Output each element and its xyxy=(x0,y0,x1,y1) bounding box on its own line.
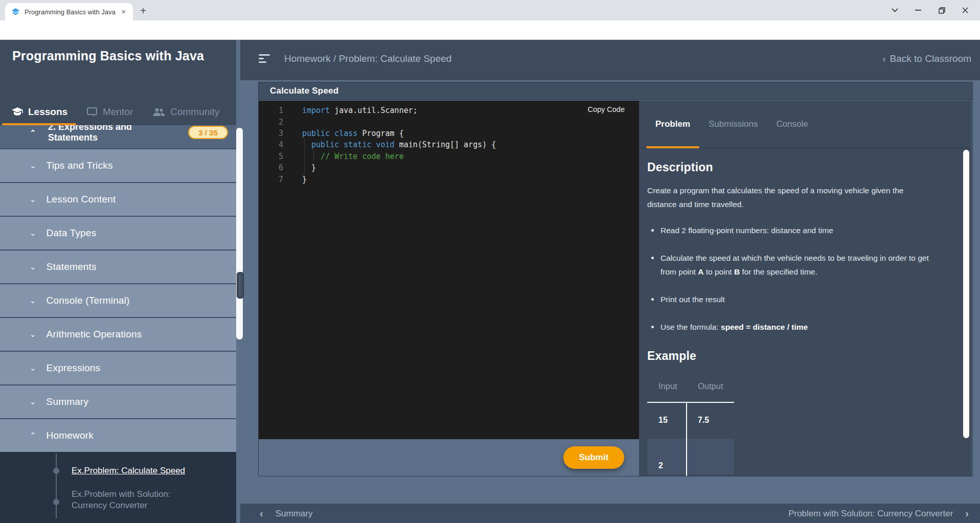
sidebar-item-currency-converter[interactable]: Ex.Problem with Solution: Currency Conve… xyxy=(72,489,204,511)
section-header-expressions-and-statements[interactable]: ⌃ 2. Expressions and Statements 3 / 35 xyxy=(0,125,236,148)
window-restore-icon[interactable] xyxy=(930,0,953,20)
problem-description-content: Description Create a program that calcul… xyxy=(639,148,972,474)
input-cell: 15 xyxy=(647,416,687,425)
code-text: } xyxy=(302,175,307,184)
sidebar-section-item[interactable]: ⌄ Lesson Content xyxy=(0,182,236,216)
bold-text: A xyxy=(698,267,703,276)
browser-toolbar: ← → ⟳ learn.softuni.org/engine/1018/1/?t… xyxy=(0,20,980,40)
code-token: public static void xyxy=(311,140,395,149)
table-vertical-line xyxy=(686,402,687,476)
sidebar-item-label: Lesson Content xyxy=(47,194,116,205)
code-lines: 1 import java.util.Scanner; 2 3 public c… xyxy=(259,101,639,185)
chevron-up-icon: ⌃ xyxy=(30,128,36,138)
code-token: // Write code here xyxy=(321,152,404,161)
tab-title: Programming Basics with Java xyxy=(25,8,119,16)
tab-problem[interactable]: Problem xyxy=(646,101,699,148)
sidebar-item-homework[interactable]: ⌃ Homework xyxy=(0,418,236,452)
text: Print out the result xyxy=(660,295,725,304)
back-to-classroom-link[interactable]: ‹Back to Classroom xyxy=(882,53,971,64)
chevron-right-icon: › xyxy=(965,508,969,519)
code-token: import xyxy=(302,106,330,115)
sidebar-section-item[interactable]: ⌄ Arithmetic Operations xyxy=(0,317,236,351)
sidebar-section-item[interactable]: ⌄ Summary xyxy=(0,384,236,418)
submit-button[interactable]: Submit xyxy=(563,446,624,469)
requirement-item: Use the formula: speed = distance / time xyxy=(647,320,933,334)
chevron-up-icon: ⌃ xyxy=(30,431,36,440)
outline-menu-icon[interactable] xyxy=(259,54,271,63)
code-token: java.util.Scanner; xyxy=(330,106,418,115)
requirements-list: Read 2 floating-point numbers: distance … xyxy=(647,223,936,334)
line-number: 1 xyxy=(259,106,283,115)
new-tab-button[interactable]: + xyxy=(137,5,149,17)
example-table-row: 2 xyxy=(647,439,734,474)
sidebar-item-label: Summary xyxy=(47,396,89,407)
graduation-cap-icon xyxy=(11,107,24,117)
sidebar-item-label: Homework xyxy=(47,430,94,441)
sidebar-section-item[interactable]: ⌄ Statements xyxy=(0,249,236,283)
code-line: 2 xyxy=(259,116,639,127)
sidebar-section-item[interactable]: ⌄ Tips and Tricks xyxy=(0,148,236,182)
line-number: 4 xyxy=(259,140,283,149)
code-editor[interactable]: 1 import java.util.Scanner; 2 3 public c… xyxy=(259,101,639,439)
sidebar-item-label: Data Types xyxy=(47,228,97,239)
prev-lesson-label: Summary xyxy=(276,509,313,519)
sidebar-section-item[interactable]: ⌄ Data Types xyxy=(0,216,236,249)
line-number: 6 xyxy=(259,163,283,172)
editor-column: 1 import java.util.Scanner; 2 3 public c… xyxy=(259,101,639,476)
panel-scrollbar-thumb[interactable] xyxy=(963,150,969,438)
tab-mentor-label: Mentor xyxy=(103,106,133,118)
tab-lessons[interactable]: Lessons xyxy=(11,106,67,118)
description-text: Create a program that calculates the spe… xyxy=(647,184,926,211)
chevron-down-icon: ⌄ xyxy=(30,397,36,406)
breadcrumb[interactable]: Homework / Problem: Calculate Speed xyxy=(284,53,451,64)
browser-tabstrip: Programming Basics with Java × + xyxy=(0,0,980,20)
next-lesson-label: Problem with Solution: Currency Converte… xyxy=(788,509,953,519)
tab-close-icon[interactable]: × xyxy=(119,8,128,16)
prev-lesson-link[interactable]: ‹ Summary xyxy=(260,508,312,519)
problem-card-body: 1 import java.util.Scanner; 2 3 public c… xyxy=(259,101,972,476)
tab-submissions[interactable]: Submissions xyxy=(699,101,767,148)
text: Use the formula: xyxy=(660,323,721,331)
chevron-down-icon: ⌄ xyxy=(30,330,36,339)
line-number: 7 xyxy=(259,175,283,184)
code-line: 3 public class Program { xyxy=(259,128,639,139)
code-text: public static void main(String[] args) { xyxy=(302,140,496,149)
input-column-header: Input xyxy=(647,381,687,402)
people-icon xyxy=(152,108,166,117)
indent-guide xyxy=(304,139,305,173)
window-controls xyxy=(883,0,977,20)
sidebar-item-label: Arithmetic Operations xyxy=(47,329,142,340)
sidebar-section-item[interactable]: ⌄ Console (Terminal) xyxy=(0,283,236,317)
tab-community-label: Community xyxy=(170,106,219,118)
progress-badge: 3 / 35 xyxy=(188,126,228,139)
section-title: 2. Expressions and Statements xyxy=(48,125,176,143)
code-text: import java.util.Scanner; xyxy=(302,106,418,115)
bold-text: B xyxy=(734,267,740,276)
lesson-bottom-nav: ‹ Summary Problem with Solution: Currenc… xyxy=(240,504,980,523)
chevron-down-icon: ⌄ xyxy=(30,161,36,170)
problem-panel: Problem Submissions Console Description … xyxy=(639,101,972,476)
sidebar-scrollbar-thumb[interactable] xyxy=(237,272,244,299)
chevron-left-icon: ‹ xyxy=(882,53,885,64)
code-token: public class xyxy=(302,129,357,138)
chevron-down-icon: ⌄ xyxy=(30,195,36,204)
sidebar-item-calculate-speed[interactable]: Ex.Problem: Calculate Speed xyxy=(72,465,204,476)
example-table: Input Output 15 7.5 2 xyxy=(647,381,734,474)
browser-tab[interactable]: Programming Basics with Java × xyxy=(5,3,133,20)
copy-code-button[interactable]: Copy Code xyxy=(587,105,625,113)
tab-mentor[interactable]: Mentor xyxy=(87,106,133,118)
sidebar-section-item[interactable]: ⌄ Expressions xyxy=(0,351,236,384)
window-close-icon[interactable] xyxy=(953,0,977,20)
code-line: 4 public static void main(String[] args)… xyxy=(259,139,639,150)
tab-console[interactable]: Console xyxy=(767,101,817,148)
output-cell: 7.5 xyxy=(687,416,734,425)
sidebar-scrollbar-track[interactable] xyxy=(236,128,243,339)
chevron-down-icon: ⌄ xyxy=(30,262,36,271)
tab-community[interactable]: Community xyxy=(152,106,219,118)
window-minimize-icon[interactable] xyxy=(906,0,930,20)
tab-search-chevron-icon[interactable] xyxy=(883,0,906,20)
app-content: Programming Basics with Java Lessons Men… xyxy=(0,40,980,523)
example-table-row: 15 7.5 xyxy=(647,402,734,439)
next-lesson-link[interactable]: Problem with Solution: Currency Converte… xyxy=(788,508,969,519)
line-number: 3 xyxy=(259,129,283,138)
